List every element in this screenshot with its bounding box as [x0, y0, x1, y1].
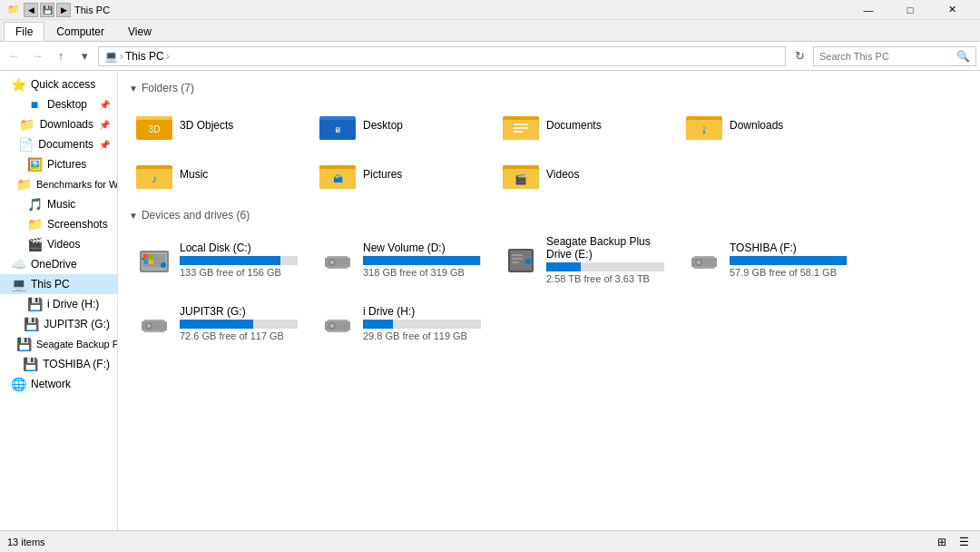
- sidebar-item-quick-access[interactable]: ⭐ Quick access: [0, 74, 117, 94]
- folder-3d-objects[interactable]: 3D 3D Objects: [129, 102, 310, 149]
- sidebar-label-onedrive: OneDrive: [31, 258, 77, 271]
- svg-text:🎬: 🎬: [514, 172, 527, 185]
- sidebar-item-thispc[interactable]: 💻 This PC: [0, 274, 117, 294]
- view-grid-button[interactable]: ⊞: [933, 533, 951, 551]
- folder-videos[interactable]: 🎬 Videos: [495, 151, 677, 198]
- drive-g-bar-fill: [180, 320, 253, 329]
- status-right: ⊞ ☰: [933, 533, 973, 551]
- address-path[interactable]: 💻 › This PC ›: [98, 46, 786, 66]
- up-button[interactable]: ↑: [51, 46, 71, 66]
- svg-text:3D: 3D: [149, 124, 161, 134]
- folder-music[interactable]: ♪ Music: [129, 151, 310, 198]
- sidebar-item-seagate[interactable]: 💾 Seagate Backup Plus: [0, 334, 117, 354]
- sidebar-item-documents[interactable]: 📄 Documents 📌: [0, 134, 117, 154]
- pin-icon-2: 📌: [99, 120, 110, 130]
- sidebar-label-pictures: Pictures: [47, 158, 86, 171]
- tab-computer[interactable]: Computer: [44, 22, 116, 41]
- drive-f-info: TOSHIBA (F:) 57.9 GB free of 58.1 GB: [730, 242, 853, 278]
- sidebar-item-music[interactable]: 🎵 Music: [0, 194, 117, 214]
- jupit3r-icon: 💾: [24, 317, 38, 331]
- sidebar-item-onedrive[interactable]: ☁️ OneDrive: [0, 254, 117, 274]
- pin-icon: 📌: [99, 100, 110, 110]
- folder-downloads-label: Downloads: [730, 119, 783, 132]
- tab-file[interactable]: File: [4, 22, 44, 41]
- expand-icon[interactable]: ▶: [56, 3, 71, 17]
- svg-rect-41: [512, 261, 519, 263]
- drive-f-bar-fill: [730, 256, 847, 265]
- sidebar-item-pictures[interactable]: 🖼️ Pictures: [0, 154, 117, 174]
- folder-documents-icon: [503, 109, 539, 142]
- music-icon: 🎵: [27, 197, 42, 212]
- maximize-button[interactable]: □: [889, 0, 931, 20]
- address-bar: ← → ↑ ▾ 💻 › This PC › ↻ 🔍: [0, 42, 980, 71]
- folder-pictures-icon: 🏔: [319, 158, 356, 191]
- drive-e-size: 2.58 TB free of 3.63 TB: [546, 273, 670, 284]
- status-count: 13 items: [7, 537, 45, 547]
- folders-section-header: ▼ Folders (7): [129, 82, 969, 94]
- drive-e-info: Seagate Backup Plus Drive (E:) 2.58 TB f…: [546, 235, 670, 284]
- folders-chevron[interactable]: ▼: [129, 84, 138, 94]
- path-end-arrow: ›: [166, 50, 170, 63]
- svg-rect-10: [514, 127, 528, 129]
- sidebar-item-screenshots[interactable]: 📁 Screenshots: [0, 214, 117, 234]
- sidebar-item-downloads[interactable]: 📁 Downloads 📌: [0, 114, 117, 134]
- svg-point-42: [525, 259, 531, 264]
- svg-rect-9: [514, 123, 528, 125]
- recent-locations-button[interactable]: ▾: [74, 46, 94, 66]
- folder-desktop[interactable]: 🖥 Desktop: [312, 102, 494, 149]
- sidebar-label-network: Network: [31, 378, 71, 390]
- search-icon[interactable]: 🔍: [956, 50, 970, 63]
- drives-section-label: Devices and drives (6): [142, 209, 250, 222]
- drive-seagate-e[interactable]: Seagate Backup Plus Drive (E:) 2.58 TB f…: [495, 229, 677, 291]
- onedrive-icon: ☁️: [11, 257, 25, 271]
- folder-pictures[interactable]: 🏔 Pictures: [312, 151, 494, 198]
- drive-toshiba-f[interactable]: TOSHIBA (F:) 57.9 GB free of 58.1 GB: [679, 229, 860, 291]
- sidebar-item-idrive[interactable]: 💾 i Drive (H:): [0, 294, 117, 314]
- drive-e-bar-bg: [546, 262, 664, 271]
- drives-chevron[interactable]: ▼: [129, 211, 138, 221]
- sidebar-item-desktop[interactable]: ■ Desktop 📌: [0, 94, 117, 114]
- back-button[interactable]: ←: [4, 46, 24, 66]
- sidebar-item-network[interactable]: 🌐 Network: [0, 374, 117, 394]
- folder-documents-label: Documents: [546, 119, 602, 132]
- benchmarks-icon: 📁: [16, 177, 31, 192]
- svg-rect-32: [149, 260, 153, 264]
- drives-grid: Local Disk (C:) 133 GB free of 156 GB: [129, 229, 969, 354]
- refresh-button[interactable]: ↻: [789, 46, 809, 66]
- svg-rect-29: [143, 254, 148, 259]
- svg-rect-8: [503, 120, 539, 140]
- close-button[interactable]: ✕: [931, 0, 973, 20]
- quick-access-icon[interactable]: ◀: [24, 3, 38, 17]
- drive-c-bar-fill: [180, 256, 280, 265]
- seagate-icon: 💾: [16, 337, 31, 351]
- sidebar-item-videos[interactable]: 🎬 Videos: [0, 234, 117, 254]
- forward-button[interactable]: →: [27, 46, 47, 66]
- drive-g-size: 72.6 GB free of 117 GB: [180, 330, 303, 341]
- drive-local-disk-c[interactable]: Local Disk (C:) 133 GB free of 156 GB: [129, 229, 310, 291]
- svg-rect-40: [512, 258, 523, 260]
- tab-view[interactable]: View: [116, 22, 163, 41]
- folder-downloads[interactable]: ↓ Downloads: [679, 102, 860, 149]
- ribbon-tabs: File Computer View: [0, 20, 980, 42]
- network-icon: 🌐: [11, 377, 25, 391]
- sidebar-item-benchmarks[interactable]: 📁 Benchmarks for Win: [0, 174, 117, 194]
- search-box[interactable]: 🔍: [813, 46, 976, 66]
- drive-idrive-h[interactable]: i Drive (H:) 29.8 GB free of 119 GB: [312, 292, 494, 354]
- sidebar-label-desktop: Desktop: [47, 98, 87, 111]
- title-bar-left: 📁 ◀ 💾 ▶ This PC: [7, 3, 110, 17]
- sidebar-item-toshiba[interactable]: 💾 TOSHIBA (F:): [0, 354, 117, 374]
- view-list-button[interactable]: ☰: [955, 533, 973, 551]
- documents-icon: 📄: [18, 137, 33, 152]
- main-area: ⭐ Quick access ■ Desktop 📌 📁 Downloads 📌…: [0, 71, 980, 530]
- path-root-icon: 💻: [104, 50, 118, 63]
- search-input[interactable]: [819, 51, 953, 62]
- sidebar-label-screenshots: Screenshots: [47, 218, 108, 231]
- save-icon[interactable]: 💾: [40, 3, 54, 17]
- drive-new-volume-d[interactable]: New Volume (D:) 318 GB free of 319 GB: [312, 229, 494, 291]
- minimize-button[interactable]: —: [848, 0, 889, 20]
- svg-rect-39: [512, 254, 523, 256]
- sidebar-item-jupit3r[interactable]: 💾 JUPIT3R (G:): [0, 314, 117, 334]
- drive-jupit3r-g[interactable]: JUPIT3R (G:) 72.6 GB free of 117 GB: [129, 292, 310, 354]
- folder-documents[interactable]: Documents: [495, 102, 677, 149]
- drive-h-bar-fill: [363, 320, 393, 329]
